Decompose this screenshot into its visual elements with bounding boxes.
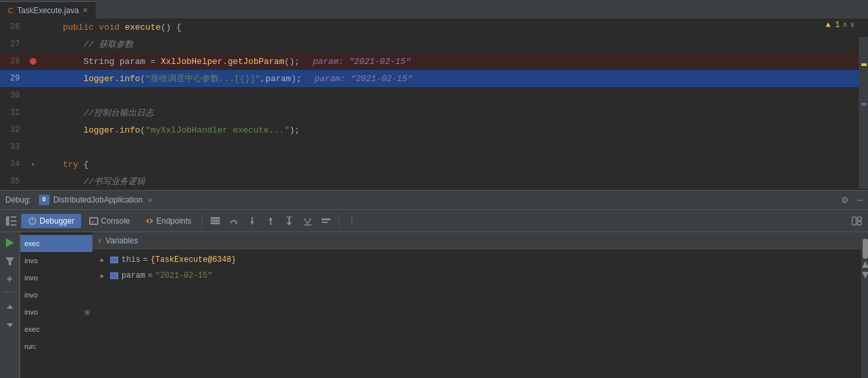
- frames-icon: [210, 216, 220, 226]
- line-num-29: 29: [0, 74, 26, 83]
- scroll-indicator-panel[interactable]: [861, 232, 868, 378]
- scroll-down-icon: [7, 323, 13, 327]
- var-icon-this: [110, 255, 119, 265]
- svg-marker-30: [862, 272, 868, 278]
- var-name-param: param: [121, 271, 145, 280]
- layout-btn[interactable]: [848, 212, 865, 230]
- editor-scrollbar[interactable]: [859, 37, 868, 189]
- sidebar-toggle-btn[interactable]: [3, 212, 20, 230]
- var-item-param[interactable]: ▶ param = "2021-02-15": [92, 268, 861, 284]
- debug-panel: + exec invo invo invo: [0, 232, 868, 378]
- scroll-down-btn[interactable]: [2, 317, 18, 333]
- code-line-28: 28 String param = XxlJobHelper.getJobPar…: [0, 53, 868, 70]
- svg-marker-26: [5, 257, 15, 265]
- line-num-30: 30: [0, 91, 26, 100]
- svg-rect-8: [211, 217, 220, 219]
- var-name-this: this: [121, 255, 141, 265]
- var-item-this[interactable]: ▶ this = {TaskExecute@6348}: [92, 252, 861, 268]
- file-tab[interactable]: C TaskExecute.java ✕: [0, 1, 96, 18]
- debug-sidebar: +: [0, 232, 20, 378]
- nav-up[interactable]: ∧: [843, 20, 848, 30]
- toolbar-sep-1: [202, 214, 203, 228]
- trace-btn[interactable]: [317, 212, 335, 230]
- step-out-btn[interactable]: [262, 212, 279, 230]
- callstack-item-invo4[interactable]: invo ⊞: [20, 303, 92, 321]
- warning-badge: ▲ 1 ∧ ∨: [826, 20, 855, 30]
- step-into-btn[interactable]: [244, 212, 261, 230]
- debugger-tab-icon: [28, 216, 37, 226]
- evaluate-btn[interactable]: [299, 212, 316, 230]
- run-to-cursor-icon: [284, 216, 294, 226]
- scroll-up-btn[interactable]: [2, 299, 18, 315]
- filter-icon: [5, 257, 15, 265]
- tab-debugger[interactable]: Debugger: [21, 214, 81, 228]
- callstack-panel: exec invo invo invo invo ⊞ exec run:: [20, 232, 92, 378]
- tab-close-icon[interactable]: ✕: [83, 7, 88, 14]
- code-line-33: 33: [0, 139, 868, 156]
- nav-down[interactable]: ∨: [850, 20, 855, 30]
- callstack-item-invo3[interactable]: invo: [20, 286, 92, 303]
- sidebar-icon: [6, 216, 17, 226]
- debug-close-icon[interactable]: ✕: [148, 196, 152, 205]
- step-into-icon: [247, 216, 257, 226]
- var-expand-this: ▶: [98, 255, 107, 265]
- collapse-vars-btn[interactable]: ∨: [98, 237, 102, 245]
- trace-icon: [321, 216, 331, 226]
- filter-btn[interactable]: [2, 253, 18, 269]
- tab-endpoints[interactable]: Endpoints: [138, 214, 198, 228]
- var-list: ▶ this = {TaskExecute@6348} ▶ param = "2…: [92, 249, 861, 378]
- callstack-label-invo1: invo: [24, 257, 38, 265]
- line-num-26: 26: [0, 22, 26, 32]
- callstack-item-exec[interactable]: exec: [20, 235, 92, 252]
- line-content-33: [40, 142, 868, 152]
- frames-btn[interactable]: [207, 212, 224, 230]
- code-line-29: 29 logger.info("接收调度中心参数...[{}]",param);…: [0, 70, 868, 87]
- line-content-27: // 获取参数: [40, 38, 868, 50]
- step-over-icon: [228, 216, 239, 226]
- debug-settings-icon[interactable]: ⚙: [842, 193, 848, 206]
- line-content-35: //书写业务逻辑: [40, 175, 868, 187]
- customize-btn[interactable]: ⋮: [343, 212, 360, 230]
- callstack-label-exec: exec: [24, 239, 40, 247]
- callstack-item-invo1[interactable]: invo: [20, 252, 92, 269]
- scroll-arrow-up: [862, 261, 868, 269]
- tab-filename: TaskExecute.java: [17, 6, 79, 15]
- code-line-35: 35 //书写业务逻辑: [0, 173, 868, 190]
- svg-rect-2: [11, 220, 17, 222]
- breakpoint-28[interactable]: [30, 58, 36, 65]
- svg-rect-1: [11, 216, 17, 218]
- svg-marker-17: [286, 222, 292, 226]
- evaluate-icon: [302, 216, 313, 226]
- gutter-28: [26, 58, 40, 65]
- warning-text: ▲ 1: [826, 20, 840, 30]
- editor-tab-bar: C TaskExecute.java ✕: [0, 0, 868, 18]
- variables-header: ∨ Variables: [92, 232, 861, 249]
- app-name: DistributedJobApplication: [53, 195, 143, 205]
- resume-btn[interactable]: [2, 235, 18, 251]
- callstack-item-run[interactable]: run:: [20, 338, 92, 355]
- svg-text:>_: >_: [91, 219, 98, 225]
- layout-icon: [851, 216, 862, 226]
- debugger-toolbar: Debugger >_ Console Endpoints: [0, 210, 868, 232]
- add-watchpoint-btn[interactable]: +: [2, 272, 18, 288]
- tab-console[interactable]: >_ Console: [83, 214, 137, 228]
- var-type-icon-param: [110, 272, 118, 279]
- code-editor: 26 public void execute() { 27 // 获取参数 28…: [0, 18, 868, 190]
- step-over-btn[interactable]: [225, 212, 242, 230]
- run-to-cursor-btn[interactable]: [281, 212, 298, 230]
- callstack-item-invo2[interactable]: invo: [20, 269, 92, 286]
- debugger-tab-label: Debugger: [40, 216, 75, 226]
- line-num-28: 28: [0, 57, 26, 66]
- scroll-position-marker: [861, 103, 867, 106]
- endpoints-tab-icon: [145, 216, 154, 226]
- code-line-31: 31 //控制台输出日志: [0, 104, 868, 121]
- svg-rect-20: [321, 218, 331, 220]
- debug-label: Debug:: [5, 195, 31, 205]
- code-line-30: 30: [0, 87, 868, 104]
- callstack-item-exec2[interactable]: exec: [20, 321, 92, 338]
- fold-icon-34[interactable]: ▾: [31, 161, 34, 168]
- var-equals-this: =: [143, 255, 148, 265]
- scroll-arrow-down: [862, 270, 868, 278]
- file-type-icon: C: [8, 7, 13, 15]
- debug-minimize-icon[interactable]: —: [857, 195, 863, 205]
